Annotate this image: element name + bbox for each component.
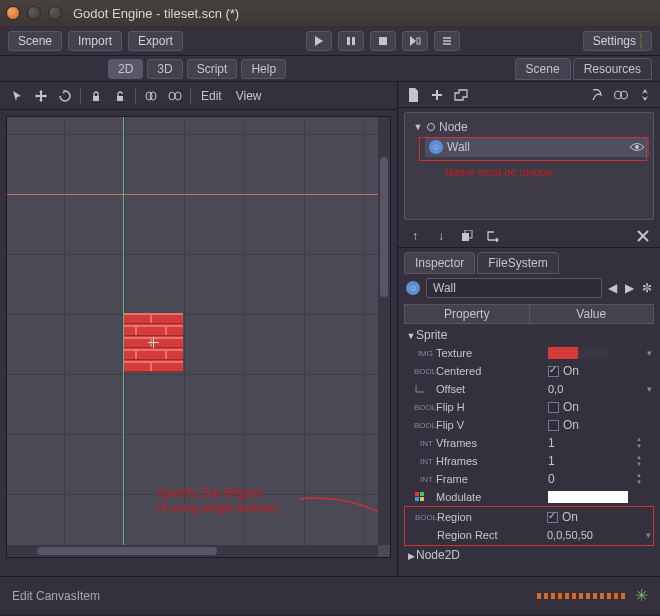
tab-script[interactable]: Script [187,59,238,79]
color-swatch[interactable] [548,491,628,503]
tree-row-wall[interactable]: ☺ Wall [425,137,649,157]
menu-settings[interactable]: Settings [583,31,652,51]
tab-2d[interactable]: 2D [108,59,143,79]
chevron-down-icon[interactable]: ▾ [644,384,654,394]
menu-import[interactable]: Import [68,31,122,51]
tab-3d[interactable]: 3D [147,59,182,79]
move-down-icon[interactable]: ↓ [432,227,450,245]
reparent-icon[interactable] [484,227,502,245]
chevron-down-icon[interactable]: ▾ [644,348,654,358]
inspector-menu-icon[interactable]: ✼ [642,281,652,295]
prop-frame[interactable]: INT Frame 0▲▼ [404,470,654,488]
play-icon[interactable] [306,31,332,51]
prop-flipv[interactable]: BOOL Flip V On [404,416,654,434]
property-header: Property Value [404,304,654,324]
move-tool-icon[interactable] [30,86,52,106]
svg-point-12 [175,92,181,100]
grid [7,117,390,557]
section-node2d-label: Node2D [416,548,460,562]
select-tool-icon[interactable] [6,86,28,106]
node-icon [427,123,435,131]
panel-tab-scene[interactable]: Scene [515,58,571,80]
object-name-input[interactable]: Wall [426,278,602,298]
viewport-edit-menu[interactable]: Edit [195,89,228,103]
prop-fliph[interactable]: BOOL Flip H On [404,398,654,416]
unlock-icon[interactable] [109,86,131,106]
prop-vframes[interactable]: INT Vframes 1▲▼ [404,434,654,452]
visibility-icon[interactable] [629,142,645,152]
status-text: Edit CanvasItem [12,589,100,603]
svg-rect-8 [117,96,123,101]
chevron-down-icon[interactable]: ▾ [643,530,653,540]
tree-row-root[interactable]: ▼ Node [409,117,649,137]
stop-icon[interactable] [370,31,396,51]
panel-tab-resources[interactable]: Resources [573,58,652,80]
svg-rect-24 [415,492,419,496]
prop-modulate[interactable]: Modulate [404,488,654,506]
tab-filesystem[interactable]: FileSystem [477,252,558,274]
history-forward-icon[interactable]: ▶ [625,281,634,295]
sprite-wall[interactable] [124,313,183,372]
lock-icon[interactable] [85,86,107,106]
play-scene-icon[interactable] [402,31,428,51]
axis-x [7,194,390,195]
history-back-icon[interactable]: ◀ [608,281,617,295]
right-dock: ▼ Node ☺ Wall Name must be unique ↑ ↓ In… [398,82,660,576]
ungroup-icon[interactable] [164,86,186,106]
connect-icon[interactable] [612,86,630,104]
add-icon[interactable] [428,86,446,104]
checkbox-icon[interactable] [548,420,559,431]
sprite-node-icon: ☺ [429,140,443,154]
group-icon[interactable] [140,86,162,106]
scene-toolbar [398,82,660,108]
menu-export[interactable]: Export [128,31,183,51]
tab-inspector[interactable]: Inspector [404,252,475,274]
delete-icon[interactable] [634,227,652,245]
move-up-icon[interactable]: ↑ [406,227,424,245]
menubar: Scene Import Export Settings [0,26,660,56]
color-icon [414,491,426,503]
scene-tree[interactable]: ▼ Node ☺ Wall Name must be unique [404,112,654,220]
progress-bar [537,593,627,599]
checkbox-icon[interactable] [547,512,558,523]
groups-icon[interactable] [636,86,654,104]
prop-hframes[interactable]: INT Hframes 1▲▼ [404,452,654,470]
svg-rect-2 [379,37,387,45]
prop-region-rect[interactable]: Region Rect 0,0,50,50 ▾ [405,526,653,544]
menu-scene[interactable]: Scene [8,31,62,51]
checkbox-icon[interactable] [548,402,559,413]
prop-offset[interactable]: Offset 0,0 ▾ [404,380,654,398]
annotation-name-unique: Name must be unique [445,165,553,179]
instance-icon[interactable] [452,86,470,104]
svg-rect-27 [420,497,424,501]
close-icon[interactable] [6,6,20,20]
rotate-tool-icon[interactable] [54,86,76,106]
settings-check-icon [640,33,642,49]
checkbox-icon[interactable] [548,366,559,377]
prop-region[interactable]: BOOL Region On [405,508,653,526]
expand-icon[interactable]: ▼ [413,122,423,132]
pause-icon[interactable] [338,31,364,51]
scrollbar-vertical[interactable] [378,117,390,545]
node-wall-label: Wall [447,140,470,154]
debug-list-icon[interactable] [434,31,460,51]
expand-icon[interactable]: ▼ [406,331,416,341]
canvas-viewport[interactable]: Specify Sub-Region (if using single text… [6,116,391,558]
svg-point-10 [150,92,156,100]
svg-rect-7 [93,96,99,101]
duplicate-icon[interactable] [458,227,476,245]
spinner-icon[interactable]: ▲▼ [634,454,644,468]
prop-centered[interactable]: BOOL Centered On [404,362,654,380]
tab-help[interactable]: Help [241,59,286,79]
expand-icon[interactable]: ▶ [406,551,416,561]
scrollbar-horizontal[interactable] [7,545,378,557]
window-titlebar: Godot Engine - tileset.scn (*) [0,0,660,26]
spinner-icon[interactable]: ▲▼ [634,436,644,450]
maximize-icon[interactable] [48,6,62,20]
viewport-view-menu[interactable]: View [230,89,268,103]
spinner-icon[interactable]: ▲▼ [634,472,644,486]
script-icon[interactable] [588,86,606,104]
prop-texture[interactable]: IMG Texture ▾ [404,344,654,362]
minimize-icon[interactable] [27,6,41,20]
new-node-icon[interactable] [404,86,422,104]
